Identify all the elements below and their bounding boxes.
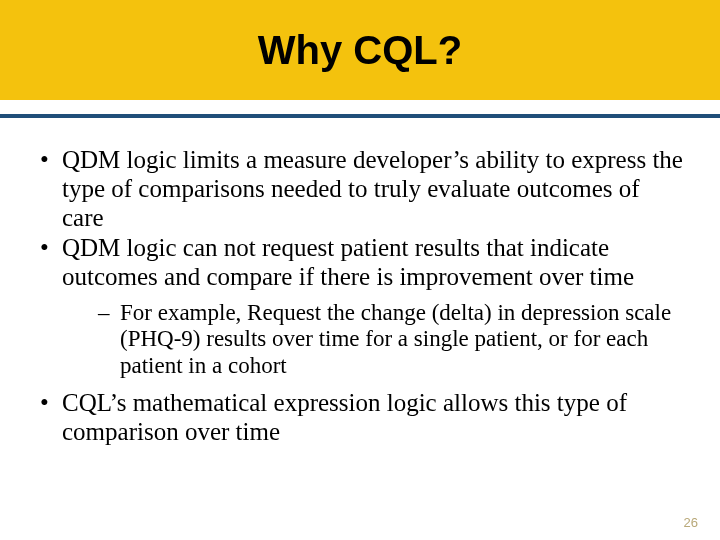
- slide-title: Why CQL?: [258, 28, 462, 73]
- bullet-text: QDM logic limits a measure developer’s a…: [62, 146, 683, 231]
- bullet-item: QDM logic limits a measure developer’s a…: [34, 146, 686, 232]
- bullet-list: QDM logic limits a measure developer’s a…: [34, 146, 686, 447]
- bullet-text: CQL’s mathematical expression logic allo…: [62, 389, 627, 445]
- title-band: Why CQL?: [0, 0, 720, 100]
- bullet-item: CQL’s mathematical expression logic allo…: [34, 389, 686, 447]
- slide-content: QDM logic limits a measure developer’s a…: [0, 118, 720, 447]
- bullet-text: QDM logic can not request patient result…: [62, 234, 634, 290]
- page-number: 26: [684, 515, 698, 530]
- sub-bullet-list: For example, Request the change (delta) …: [62, 300, 686, 379]
- sub-bullet-item: For example, Request the change (delta) …: [98, 300, 686, 379]
- sub-bullet-text: For example, Request the change (delta) …: [120, 300, 671, 378]
- slide: Why CQL? QDM logic limits a measure deve…: [0, 0, 720, 540]
- bullet-item: QDM logic can not request patient result…: [34, 234, 686, 379]
